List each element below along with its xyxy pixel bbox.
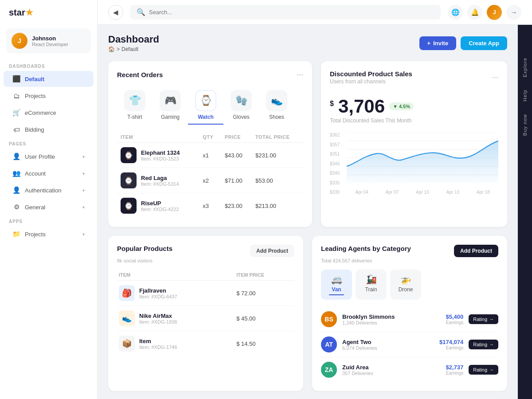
item-sku: Item: #XDG-6437 xyxy=(139,294,177,299)
rating-label: Rating xyxy=(473,367,487,372)
dollar-sign: $ xyxy=(330,100,334,108)
sidebar-user[interactable]: J Johnson React Developer xyxy=(6,28,91,53)
page-title-area: Dashboard 🏠 > Default xyxy=(108,34,159,52)
sidebar-item-authentication[interactable]: 👤 Authentication ▾ xyxy=(4,182,94,198)
search-bar[interactable]: 🔍 xyxy=(130,5,441,20)
agent-tab-drone[interactable]: 🚁 Drone xyxy=(390,270,421,300)
rating-label: Rating xyxy=(473,342,487,347)
add-product-button-agents[interactable]: Add Product xyxy=(454,245,498,257)
sidebar-item-bidding[interactable]: 🏷 Bidding xyxy=(4,121,94,137)
sidebar-item-label: Account xyxy=(25,170,46,177)
arrow-right-icon: → xyxy=(489,317,494,322)
table-row: ⌚ Elephant 1324 Item: #XDG-1523 x1 xyxy=(117,143,303,168)
bidding-icon: 🏷 xyxy=(12,125,20,133)
arrow-right-icon: → xyxy=(489,367,494,372)
agent-tab-label: Train xyxy=(365,286,377,293)
right-sidebar: Explore Help Buy now xyxy=(518,25,532,399)
user-avatar-button[interactable]: J xyxy=(487,5,502,20)
create-app-button[interactable]: Create App xyxy=(461,36,507,50)
rating-button[interactable]: Rating → xyxy=(469,340,498,349)
item-cell: ⌚ Red Laga Item: #XDG-5314 xyxy=(121,172,196,188)
sidebar-item-user-profile[interactable]: 👤 User Profile ▾ xyxy=(4,149,94,164)
popular-products-title: Popular Products xyxy=(117,245,172,252)
shoes-icon: 👟 xyxy=(266,90,287,111)
agent-row: ZA Zuid Area 357 Deliveries $2,737 Earni… xyxy=(321,357,498,382)
general-icon: ⚙ xyxy=(12,203,20,211)
chart-x-label: Apr 13 xyxy=(446,190,459,195)
rating-button[interactable]: Rating → xyxy=(469,314,498,324)
orders-table: ITEM QTY PRICE TOTAL PRICE xyxy=(117,132,303,218)
buy-now-item[interactable]: Buy now xyxy=(522,108,528,142)
category-tabs: 👕 T-shirt 🎮 Gaming ⌚ Watch xyxy=(117,86,303,125)
content-area: Dashboard 🏠 > Default + Invite Create Ap… xyxy=(98,25,518,399)
projects-icon: 🗂 xyxy=(12,92,20,100)
chart-area: $362 $357 $351 $346 $340 $335 $330 xyxy=(330,133,498,195)
chart-y-label: $362 xyxy=(330,133,340,137)
help-item[interactable]: Help xyxy=(522,83,528,108)
item-price: $ 45.00 xyxy=(235,306,294,331)
item-thumbnail: ⌚ xyxy=(121,172,137,188)
item-qty: x3 xyxy=(199,193,221,219)
sidebar-item-label: Default xyxy=(25,76,44,82)
agent-row: AT Agent Two 6,074 Deliveries $174,074 E… xyxy=(321,332,498,357)
agent-avatar: BS xyxy=(321,311,337,327)
content: Dashboard 🏠 > Default + Invite Create Ap… xyxy=(98,25,518,399)
user-info: Johnson React Developer xyxy=(32,35,68,47)
chart-y-labels: $362 $357 $351 $346 $340 $335 $330 xyxy=(330,133,340,195)
avatar: J xyxy=(12,33,27,49)
dashboard-grid: Recent Orders ··· 👕 T-shirt 🎮 Gaming xyxy=(108,61,507,227)
more-options-icon[interactable]: ··· xyxy=(492,73,498,82)
col-total: TOTAL PRICE xyxy=(252,132,303,143)
more-options-icon[interactable]: ··· xyxy=(297,70,303,79)
add-product-button[interactable]: Add Product xyxy=(250,245,294,257)
cat-tab-shoes[interactable]: 👟 Shoes xyxy=(259,86,294,125)
table-row: ⌚ RiseUP Item: #XDG-4222 x3 $2 xyxy=(117,193,303,219)
agent-details: Zuid Area 357 Deliveries xyxy=(342,364,427,376)
agent-name: Zuid Area xyxy=(342,364,427,371)
agent-earnings-block: $174,074 Earnings xyxy=(432,339,463,350)
explore-item[interactable]: Explore xyxy=(522,51,528,83)
sidebar-item-label: User Profile xyxy=(25,153,55,160)
plus-icon: + xyxy=(427,40,431,47)
rating-button[interactable]: Rating → xyxy=(469,365,498,375)
sidebar-logo: star★ xyxy=(0,0,97,25)
agents-subtitle: Total 424,567 deliveries xyxy=(321,258,498,263)
section-pages: PAGES xyxy=(0,138,97,148)
notification-icon-button[interactable]: 🔔 xyxy=(467,5,482,20)
cat-tab-label: T-shirt xyxy=(127,114,142,120)
sidebar-item-projects[interactable]: 🗂 Projects xyxy=(4,88,94,104)
sidebar-item-ecommerce[interactable]: 🛒 eCommerce xyxy=(4,105,94,121)
table-row: 👟 Nike AirMax Item: #XDG-1836 $ 45.00 xyxy=(117,306,294,331)
item-cell: ⌚ RiseUP Item: #XDG-4222 xyxy=(121,198,196,214)
agent-tab-train[interactable]: 🚂 Train xyxy=(356,270,387,300)
agent-avatar: ZA xyxy=(321,362,337,378)
arrow-right-icon-button[interactable]: → xyxy=(506,5,521,20)
sidebar-item-projects-app[interactable]: 📁 Projects ▾ xyxy=(4,226,94,242)
chevron-down-icon: ▾ xyxy=(82,171,85,176)
cat-tab-gaming[interactable]: 🎮 Gaming xyxy=(153,86,188,125)
topbar-actions: 🌐 🔔 J → xyxy=(448,5,521,20)
main: ◀ 🔍 🌐 🔔 J → Dashboard 🏠 > xyxy=(98,0,532,399)
sidebar-item-account[interactable]: 👥 Account ▾ xyxy=(4,165,94,181)
watch-icon: ⌚ xyxy=(195,90,216,111)
arrow-right-icon: → xyxy=(489,342,494,347)
popular-products-table: ITEM ITEM PRICE 🎒 xyxy=(117,270,294,356)
collapse-sidebar-button[interactable]: ◀ xyxy=(108,5,123,20)
agent-tab-label: Van xyxy=(332,286,341,293)
search-input[interactable] xyxy=(149,9,434,16)
user-role: React Developer xyxy=(32,42,68,47)
gaming-icon: 🎮 xyxy=(160,90,181,111)
tab-underline xyxy=(364,294,379,295)
agent-deliveries: 1,240 Deliveries xyxy=(342,320,427,325)
cat-tab-gloves[interactable]: 🧤 Gloves xyxy=(223,86,259,125)
cat-tab-tshirt[interactable]: 👕 T-shirt xyxy=(117,86,153,125)
globe-icon-button[interactable]: 🌐 xyxy=(448,5,463,20)
sidebar-item-label: eCommerce xyxy=(25,110,56,116)
sidebar-item-default[interactable]: ⬛ Default xyxy=(4,71,94,87)
item-sku: Item: #XDG-4222 xyxy=(141,207,179,212)
agent-tab-van[interactable]: 🚐 Van xyxy=(321,270,352,300)
agent-avatar: AT xyxy=(321,336,337,352)
sidebar-item-general[interactable]: ⚙ General ▾ xyxy=(4,199,94,215)
invite-button[interactable]: + Invite xyxy=(419,36,457,50)
cat-tab-watch[interactable]: ⌚ Watch xyxy=(188,86,223,125)
